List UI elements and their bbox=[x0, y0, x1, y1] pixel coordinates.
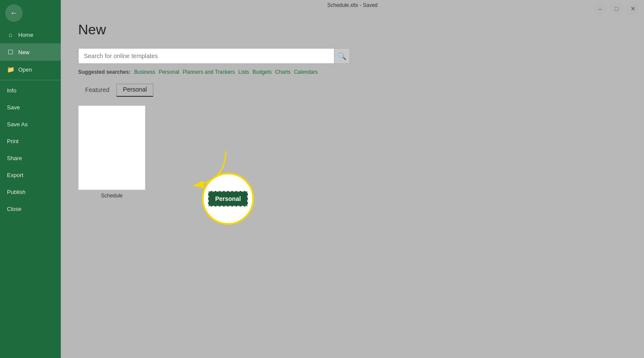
top-right-controls: – □ ✕ bbox=[594, 2, 640, 15]
open-icon: 📁 bbox=[7, 66, 14, 73]
file-title: Schedule.xltx - Saved bbox=[327, 2, 377, 8]
search-box[interactable] bbox=[78, 48, 334, 64]
home-icon: ⌂ bbox=[7, 31, 14, 38]
annotation-circle: Personal bbox=[202, 173, 254, 225]
minimize-button[interactable]: – bbox=[594, 2, 607, 15]
search-input[interactable] bbox=[84, 53, 329, 59]
sidebar-item-print[interactable]: Print bbox=[0, 133, 61, 150]
suggested-label: Suggested searches: bbox=[78, 69, 131, 75]
close-button[interactable]: ✕ bbox=[627, 2, 640, 15]
main-content: Schedule.xltx - Saved – □ ✕ New 🔍 Sugges… bbox=[61, 0, 644, 358]
sidebar-item-close[interactable]: Close bbox=[0, 200, 61, 217]
new-icon: ☐ bbox=[7, 49, 14, 56]
suggested-personal[interactable]: Personal bbox=[159, 69, 179, 75]
template-thumb-schedule bbox=[78, 105, 145, 190]
sidebar-item-open[interactable]: 📁 Open bbox=[0, 61, 61, 78]
sidebar-label-home: Home bbox=[18, 32, 33, 38]
page-title: New bbox=[78, 22, 627, 38]
title-bar: Schedule.xltx - Saved bbox=[61, 0, 644, 13]
search-button[interactable]: 🔍 bbox=[334, 48, 350, 64]
suggested-calendars[interactable]: Calendars bbox=[294, 69, 318, 75]
tab-featured[interactable]: Featured bbox=[78, 84, 116, 97]
personal-badge: Personal bbox=[208, 191, 248, 207]
sidebar-item-save-as[interactable]: Save As bbox=[0, 116, 61, 133]
sidebar-label-new: New bbox=[18, 49, 30, 56]
search-icon: 🔍 bbox=[338, 52, 347, 60]
suggested-planners[interactable]: Planners and Trackers bbox=[183, 69, 235, 75]
tabs: Featured Personal bbox=[78, 84, 627, 97]
suggested-budgets[interactable]: Budgets bbox=[253, 69, 272, 75]
content-area: New 🔍 Suggested searches: Business Perso… bbox=[61, 9, 644, 257]
sidebar-item-export[interactable]: Export bbox=[0, 167, 61, 184]
sidebar-item-publish[interactable]: Publish bbox=[0, 184, 61, 200]
sidebar-divider bbox=[0, 80, 61, 80]
sidebar-label-open: Open bbox=[18, 66, 32, 73]
back-icon: ← bbox=[10, 9, 18, 18]
search-container: 🔍 bbox=[78, 48, 627, 64]
sidebar-item-save[interactable]: Save bbox=[0, 99, 61, 116]
template-name-schedule: Schedule bbox=[78, 193, 145, 199]
sidebar: ← ⌂ Home ☐ New 📁 Open Info Save Save As … bbox=[0, 0, 61, 358]
suggested-charts[interactable]: Charts bbox=[275, 69, 291, 75]
sidebar-item-info[interactable]: Info bbox=[0, 82, 61, 99]
sidebar-item-share[interactable]: Share bbox=[0, 150, 61, 167]
back-button[interactable]: ← bbox=[5, 4, 23, 22]
suggested-searches: Suggested searches: Business Personal Pl… bbox=[78, 69, 627, 75]
sidebar-item-new[interactable]: ☐ New bbox=[0, 43, 61, 61]
suggested-lists[interactable]: Lists bbox=[238, 69, 249, 75]
tab-personal[interactable]: Personal bbox=[116, 84, 153, 97]
maximize-button[interactable]: □ bbox=[610, 2, 623, 15]
suggested-business[interactable]: Business bbox=[134, 69, 155, 75]
sidebar-item-home[interactable]: ⌂ Home bbox=[0, 26, 61, 43]
template-card-schedule[interactable]: Schedule bbox=[78, 105, 145, 244]
templates-grid: Schedule Personal bbox=[78, 105, 627, 244]
